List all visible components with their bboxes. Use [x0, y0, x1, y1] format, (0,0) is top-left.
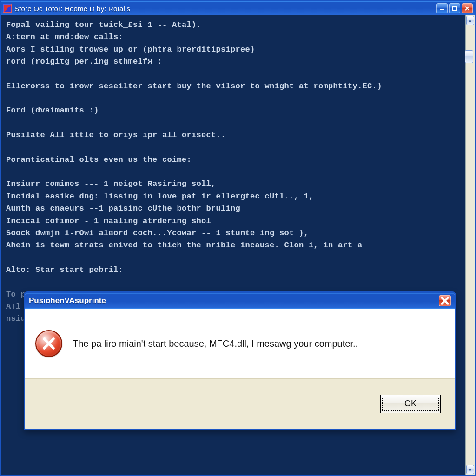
svg-rect-1 — [453, 7, 456, 10]
scrollbar-vertical[interactable]: ▲ ▼ — [465, 15, 475, 475]
dialog-body: The pa liro miain't start because, MFC4.… — [25, 309, 455, 378]
minimize-icon — [439, 6, 445, 11]
close-button[interactable] — [462, 3, 473, 13]
app-icon — [3, 4, 12, 13]
scroll-down-button[interactable]: ▼ — [466, 465, 474, 474]
side-gadget[interactable] — [465, 50, 473, 63]
svg-rect-0 — [440, 9, 444, 10]
window-title: Store Oc Totor: Hoome D by: Rotails — [14, 5, 436, 13]
error-dialog: PusiohenVAsuprinte The pa liro miain't s… — [24, 291, 456, 430]
maximize-button[interactable] — [449, 3, 460, 13]
scroll-up-button[interactable]: ▲ — [466, 16, 474, 25]
scroll-track[interactable] — [466, 26, 475, 464]
ok-button[interactable]: OK — [380, 395, 441, 413]
dialog-footer: OK — [25, 378, 455, 429]
minimize-button[interactable] — [436, 3, 448, 13]
main-window: Store Oc Totor: Hoome D by: Rotails Fopa… — [0, 0, 476, 476]
dialog-titlebar[interactable]: PusiohenVAsuprinte — [25, 293, 455, 309]
close-icon — [439, 295, 450, 306]
dialog-close-button[interactable] — [439, 295, 451, 306]
error-icon — [35, 330, 62, 357]
window-controls — [436, 3, 473, 13]
close-icon — [464, 6, 470, 11]
dialog-title: PusiohenVAsuprinte — [29, 296, 106, 305]
titlebar[interactable]: Store Oc Totor: Hoome D by: Rotails — [1, 1, 475, 15]
maximize-icon — [452, 6, 457, 11]
dialog-message: The pa liro miain't start because, MFC4.… — [73, 337, 358, 350]
